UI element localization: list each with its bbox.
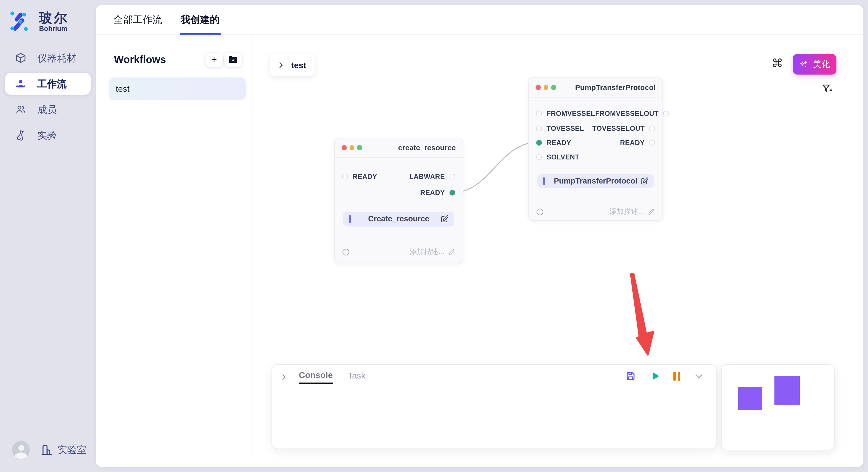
workflow-list-item[interactable]: test [109,77,245,100]
port-handle-icon[interactable] [536,111,542,116]
info-icon[interactable] [536,208,544,215]
avatar[interactable] [12,441,30,459]
port-handle-icon[interactable] [536,125,542,131]
app: 玻尔 Bohrium 仪器耗材 [0,0,868,472]
building-icon [41,444,53,456]
minimap-node-pump-transfer [774,376,799,405]
beautify-label: 美化 [813,59,830,70]
sidebar-footer: 实验室 [12,441,87,459]
canvas-breadcrumb[interactable]: test [270,54,315,76]
node-title: PumpTransferProtocol [575,83,656,92]
breadcrumb-label: test [291,60,306,70]
sidebar-item-instruments[interactable]: 仪器耗材 [5,47,91,69]
port-handle-icon[interactable] [450,174,455,179]
sidebar-item-label: 仪器耗材 [37,51,76,65]
node-header: create_resource [335,138,463,158]
tab-all-workflows[interactable]: 全部工作流 [113,13,162,29]
sidebar-item-workflow[interactable]: 工作流 [5,73,91,95]
minimap-node-create-resource [738,387,762,410]
traffic-yellow-dot [349,145,354,150]
command-icon[interactable]: ⌘ [772,57,783,69]
console-actions [625,370,704,381]
lab-label: 实验室 [57,443,87,457]
sidebar-nav: 仪器耗材 工作流 [5,47,91,146]
members-icon [15,104,26,115]
traffic-green-dot [357,145,362,150]
node-title: create_resource [398,143,456,152]
info-icon[interactable] [342,248,350,256]
port-input-ready[interactable]: READY [342,173,377,181]
port-output-fromvesselout[interactable]: FROMVESSELOUT [595,109,669,117]
port-handle-icon[interactable] [649,125,655,131]
filter-icon[interactable] [822,83,832,94]
node-description-input[interactable]: 添加描述... [609,207,655,216]
minimap[interactable] [721,364,835,450]
beautify-button[interactable]: 美化 [793,54,836,74]
port-handle-icon[interactable] [536,154,542,160]
sidebar-item-label: 工作流 [37,77,67,90]
node-action-label: Create_resource [368,214,429,223]
port-handle-icon[interactable] [649,140,655,146]
edit-icon[interactable] [640,177,648,185]
run-play-icon[interactable] [649,370,660,381]
sidebar-item-members[interactable]: 成员 [5,99,91,121]
folder-import-icon [228,56,238,64]
console-tab[interactable]: Console [299,370,333,384]
plus-icon: + [211,55,217,64]
workflows-panel: Workflows + test [96,35,251,459]
chevron-right-icon [277,61,285,69]
save-icon[interactable] [625,370,636,381]
node-action-label: PumpTransferProtocol [554,177,637,185]
sidebar-item-label: 成员 [37,103,57,116]
box-icon [15,52,26,64]
chevron-down-icon[interactable] [693,370,704,381]
flask-icon [15,130,26,141]
port-handle-connected-icon[interactable] [536,140,542,146]
port-handle-icon[interactable] [663,111,669,116]
port-output-ready[interactable]: READY [420,189,455,197]
lab-selector[interactable]: 实验室 [41,443,87,457]
port-output-tovesselout[interactable]: TOVESSELOUT [592,124,655,132]
top-tabbar: 全部工作流 我创建的 [96,5,863,35]
bohrium-logo-icon [9,10,32,33]
port-output-ready[interactable]: READY [620,139,655,147]
tab-underline [179,33,221,35]
sidebar-item-label: 实验 [37,129,57,142]
node-action-pill[interactable]: PumpTransferProtocol [537,174,654,188]
console-panel: Console Task [271,364,717,449]
brand-name-zh: 玻尔 [39,10,69,25]
traffic-green-dot [551,85,556,90]
port-input-fromvessel[interactable]: FROMVESSEL [536,109,595,117]
port-input-tovessel[interactable]: TOVESSEL [536,124,584,132]
console-collapse-chevron-icon[interactable] [280,373,287,380]
pencil-icon [648,208,655,215]
node-header: PumpTransferProtocol [529,78,662,98]
pencil-icon [448,248,455,256]
brand-name-en: Bohrium [39,25,69,33]
sparkles-icon [799,59,809,69]
traffic-red-dot [536,85,540,90]
brand: 玻尔 Bohrium [9,10,69,33]
edit-icon[interactable] [440,215,448,223]
port-handle-connected-icon[interactable] [450,190,455,196]
port-input-ready[interactable]: READY [536,139,571,147]
sidebar-item-experiments[interactable]: 实验 [5,125,91,146]
pause-icon[interactable] [673,371,680,381]
port-handle-icon[interactable] [342,174,348,179]
node-pump-transfer-protocol[interactable]: PumpTransferProtocol FROMVESSEL FROMVESS… [528,77,663,221]
import-folder-button[interactable] [224,53,242,67]
node-action-pill[interactable]: Create_resource [343,211,454,226]
pill-accent-bar [349,215,351,223]
users-icon [15,78,26,90]
sidebar: 玻尔 Bohrium 仪器耗材 [0,0,95,472]
workflows-title: Workflows [114,54,166,66]
port-input-solvent[interactable]: SOLVENT [536,153,579,161]
task-tab[interactable]: Task [348,370,365,383]
port-output-labware[interactable]: LABWARE [409,173,455,181]
add-workflow-button[interactable]: + [205,53,223,67]
node-description-input[interactable]: 添加描述... [410,247,455,257]
tab-my-created[interactable]: 我创建的 [181,13,220,29]
traffic-red-dot [342,145,346,150]
traffic-yellow-dot [544,85,548,90]
node-create-resource[interactable]: create_resource READY LABWARE READY Crea… [334,138,463,263]
